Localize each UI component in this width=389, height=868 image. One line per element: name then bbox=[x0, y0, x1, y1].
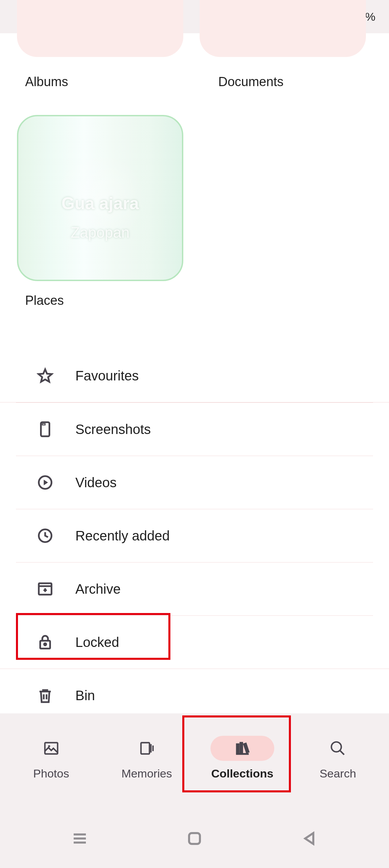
memories-icon bbox=[115, 736, 179, 761]
menu-label: Archive bbox=[75, 581, 121, 597]
collections-icon bbox=[210, 736, 274, 761]
menu-label: Bin bbox=[75, 688, 95, 703]
svg-rect-10 bbox=[42, 423, 45, 425]
nav-photos[interactable]: Photos bbox=[3, 736, 99, 780]
svg-rect-19 bbox=[237, 744, 239, 752]
nav-search[interactable]: Search bbox=[290, 736, 386, 780]
nav-label: Search bbox=[319, 767, 356, 780]
menu-screenshots[interactable]: Screenshots bbox=[16, 403, 373, 456]
nav-memories[interactable]: Memories bbox=[99, 736, 195, 780]
albums-card[interactable] bbox=[17, 0, 183, 57]
menu-label: Screenshots bbox=[75, 422, 151, 437]
back-button[interactable] bbox=[301, 830, 317, 848]
nav-collections[interactable]: Collections bbox=[194, 736, 290, 780]
menu-label: Favourites bbox=[75, 368, 139, 383]
star-icon bbox=[37, 367, 54, 384]
photos-icon bbox=[19, 736, 83, 761]
places-map-subtext: Zapopan bbox=[18, 224, 182, 241]
albums-label[interactable]: Albums bbox=[0, 75, 194, 89]
collections-view: Albums Documents Gua ajara Zapopan Place… bbox=[0, 33, 389, 713]
phone-icon bbox=[37, 421, 54, 438]
svg-rect-20 bbox=[240, 743, 242, 752]
menu-recently-added[interactable]: Recently added bbox=[16, 509, 373, 563]
play-circle-icon bbox=[37, 474, 54, 491]
nav-label: Photos bbox=[33, 767, 69, 780]
recent-apps-button[interactable] bbox=[72, 830, 88, 848]
menu-archive[interactable]: Archive bbox=[16, 563, 373, 616]
lock-icon bbox=[37, 634, 54, 651]
home-button[interactable] bbox=[186, 830, 203, 848]
bin-icon bbox=[37, 687, 54, 704]
nav-label: Memories bbox=[122, 767, 172, 780]
svg-point-15 bbox=[44, 643, 46, 645]
documents-label[interactable]: Documents bbox=[194, 75, 389, 89]
menu-favourites[interactable]: Favourites bbox=[0, 349, 389, 402]
bottom-nav: Photos Memories Collections Search bbox=[0, 713, 389, 797]
svg-point-17 bbox=[49, 746, 49, 746]
nav-label: Collections bbox=[211, 767, 273, 780]
svg-rect-22 bbox=[189, 833, 200, 844]
search-icon bbox=[306, 736, 370, 761]
places-label[interactable]: Places bbox=[25, 293, 389, 308]
menu-label: Recently added bbox=[75, 528, 170, 544]
places-card[interactable]: Gua ajara Zapopan bbox=[17, 115, 183, 281]
collections-menu: Favourites Screenshots Videos Recently a… bbox=[0, 349, 389, 722]
svg-point-21 bbox=[332, 742, 341, 752]
menu-videos[interactable]: Videos bbox=[16, 456, 373, 509]
places-map-text: Gua ajara bbox=[18, 194, 182, 213]
documents-card[interactable] bbox=[200, 0, 366, 57]
menu-locked[interactable]: Locked bbox=[0, 616, 389, 669]
clock-icon bbox=[37, 527, 54, 544]
svg-rect-18 bbox=[141, 743, 150, 754]
menu-label: Locked bbox=[75, 635, 119, 650]
menu-label: Videos bbox=[75, 475, 117, 490]
system-nav-bar bbox=[0, 797, 389, 868]
archive-icon bbox=[37, 580, 54, 597]
